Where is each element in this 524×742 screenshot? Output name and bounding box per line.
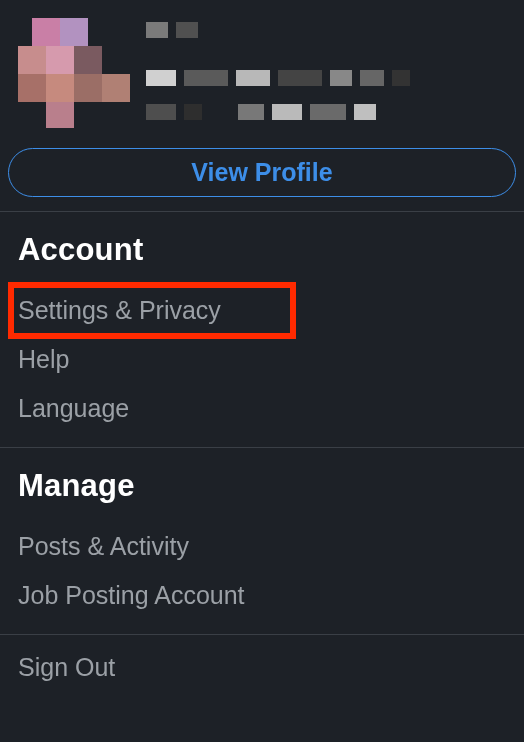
manage-section: Manage Posts & Activity Job Posting Acco… bbox=[0, 448, 524, 634]
menu-item-label: Sign Out bbox=[18, 653, 115, 681]
profile-subtitle-redacted bbox=[146, 70, 506, 86]
menu-item-label: Language bbox=[18, 394, 129, 422]
account-section: Account Settings & Privacy Help Language bbox=[0, 212, 524, 447]
account-heading: Account bbox=[18, 232, 506, 268]
menu-item-posts-activity[interactable]: Posts & Activity bbox=[18, 522, 506, 571]
menu-item-label: Posts & Activity bbox=[18, 532, 189, 560]
signout-section: Sign Out bbox=[0, 635, 524, 700]
view-profile-button[interactable]: View Profile bbox=[8, 148, 516, 197]
menu-item-label: Job Posting Account bbox=[18, 581, 245, 609]
menu-item-help[interactable]: Help bbox=[18, 335, 506, 384]
profile-info bbox=[146, 18, 506, 132]
menu-item-language[interactable]: Language bbox=[18, 384, 506, 433]
avatar[interactable] bbox=[18, 18, 128, 128]
menu-item-label: Settings & Privacy bbox=[18, 296, 221, 324]
menu-item-job-posting-account[interactable]: Job Posting Account bbox=[18, 571, 506, 620]
profile-name-redacted bbox=[146, 22, 506, 38]
profile-header bbox=[0, 0, 524, 142]
menu-item-label: Help bbox=[18, 345, 69, 373]
menu-item-sign-out[interactable]: Sign Out bbox=[18, 653, 506, 682]
profile-detail-redacted bbox=[146, 104, 506, 120]
menu-item-settings-privacy[interactable]: Settings & Privacy bbox=[18, 286, 506, 335]
manage-heading: Manage bbox=[18, 468, 506, 504]
